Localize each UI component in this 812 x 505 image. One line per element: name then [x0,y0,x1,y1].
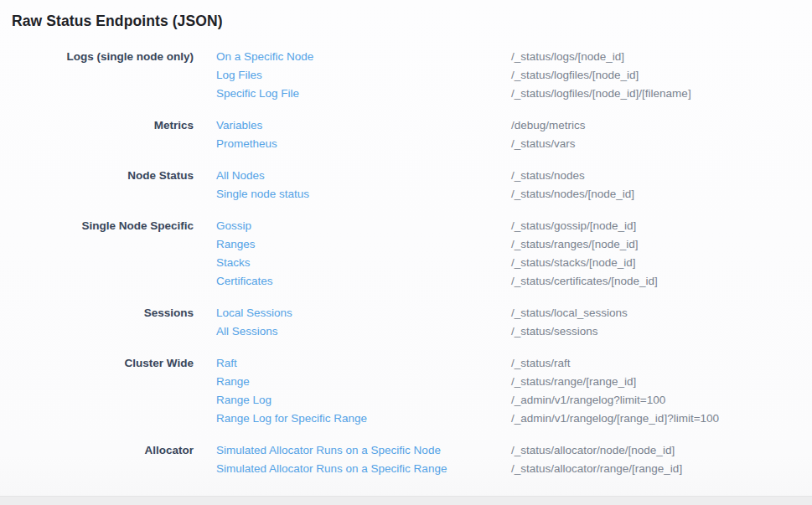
endpoint-paths: /_status/gossip/[node_id]/_status/ranges… [511,217,658,291]
endpoint-paths: /debug/metrics/_status/vars [511,116,586,153]
endpoint-path: /debug/metrics [511,116,586,135]
category-label: Node Status [12,167,216,185]
endpoint-links: RaftRangeRange LogRange Log for Specific… [216,354,511,428]
endpoint-link[interactable]: On a Specific Node [216,48,511,66]
category-label: Sessions [12,304,216,322]
category-label: Cluster Wide [12,354,216,373]
category-label: Metrics [12,116,216,135]
endpoint-group: Cluster WideRaftRangeRange LogRange Log … [12,354,800,428]
endpoint-link[interactable]: All Sessions [216,322,511,341]
endpoint-links: Local SessionsAll Sessions [216,304,511,341]
endpoint-path: /_status/raft [511,354,719,373]
endpoint-link[interactable]: Gossip [216,217,511,235]
endpoint-path: /_status/stacks/[node_id] [511,254,658,272]
endpoint-path: /_status/nodes/[node_id] [511,185,634,204]
endpoint-path: /_admin/v1/rangelog?limit=100 [511,391,719,410]
endpoint-group: MetricsVariablesPrometheus/debug/metrics… [12,116,800,153]
endpoint-link[interactable]: Single node status [216,185,511,204]
endpoint-link[interactable]: Simulated Allocator Runs on a Specific R… [216,460,511,478]
endpoint-links: On a Specific NodeLog FilesSpecific Log … [216,48,511,103]
raw-status-endpoints-page: Raw Status Endpoints (JSON) Logs (single… [0,0,812,478]
endpoint-group: SessionsLocal SessionsAll Sessions/_stat… [12,304,800,341]
endpoint-group: AllocatorSimulated Allocator Runs on a S… [12,441,800,478]
endpoint-links: VariablesPrometheus [216,116,511,153]
endpoint-link[interactable]: Simulated Allocator Runs on a Specific N… [216,441,511,460]
endpoint-link[interactable]: Range [216,373,511,391]
endpoint-link[interactable]: Variables [216,116,511,135]
endpoint-path: /_status/allocator/node/[node_id] [511,441,682,460]
endpoint-link[interactable]: Range Log [216,391,511,410]
endpoint-path: /_status/local_sessions [511,304,628,322]
endpoint-groups: Logs (single node only)On a Specific Nod… [12,48,800,478]
endpoint-path: /_status/gossip/[node_id] [511,217,658,235]
endpoint-path: /_status/ranges/[node_id] [511,235,658,254]
footer-strip [0,496,812,505]
endpoint-link[interactable]: Log Files [216,66,511,85]
endpoint-link[interactable]: Stacks [216,254,511,272]
endpoint-paths: /_status/local_sessions/_status/sessions [511,304,628,341]
endpoint-links: GossipRangesStacksCertificates [216,217,511,291]
endpoint-path: /_status/logfiles/[node_id] [511,66,691,85]
endpoint-path: /_status/range/[range_id] [511,373,719,391]
endpoint-path: /_status/logfiles/[node_id]/[filename] [511,85,691,103]
endpoint-path: /_status/nodes [511,167,634,185]
endpoint-paths: /_status/logs/[node_id]/_status/logfiles… [511,48,691,103]
endpoint-path: /_status/sessions [511,322,628,341]
endpoint-link[interactable]: Local Sessions [216,304,511,322]
endpoint-group: Single Node SpecificGossipRangesStacksCe… [12,217,800,291]
endpoint-link[interactable]: Prometheus [216,135,511,153]
endpoint-path: /_status/certificates/[node_id] [511,272,658,291]
endpoint-link[interactable]: Range Log for Specific Range [216,410,511,428]
endpoint-paths: /_status/nodes/_status/nodes/[node_id] [511,167,634,204]
endpoint-paths: /_status/raft/_status/range/[range_id]/_… [511,354,719,428]
endpoint-group: Logs (single node only)On a Specific Nod… [12,48,800,103]
endpoint-links: Simulated Allocator Runs on a Specific N… [216,441,511,478]
category-label: Allocator [12,441,216,460]
endpoint-paths: /_status/allocator/node/[node_id]/_statu… [511,441,682,478]
endpoint-links: All NodesSingle node status [216,167,511,204]
endpoint-link[interactable]: Certificates [216,272,511,291]
endpoint-group: Node StatusAll NodesSingle node status/_… [12,167,800,204]
endpoint-link[interactable]: Ranges [216,235,511,254]
category-label: Logs (single node only) [12,48,216,66]
endpoint-path: /_status/vars [511,135,586,153]
endpoint-link[interactable]: Raft [216,354,511,373]
endpoint-path: /_status/logs/[node_id] [511,48,691,66]
category-label: Single Node Specific [12,217,216,235]
endpoint-path: /_status/allocator/range/[range_id] [511,460,682,478]
endpoint-link[interactable]: All Nodes [216,167,511,185]
endpoint-link[interactable]: Specific Log File [216,85,511,103]
page-title: Raw Status Endpoints (JSON) [12,13,800,30]
endpoint-path: /_admin/v1/rangelog/[range_id]?limit=100 [511,410,719,428]
